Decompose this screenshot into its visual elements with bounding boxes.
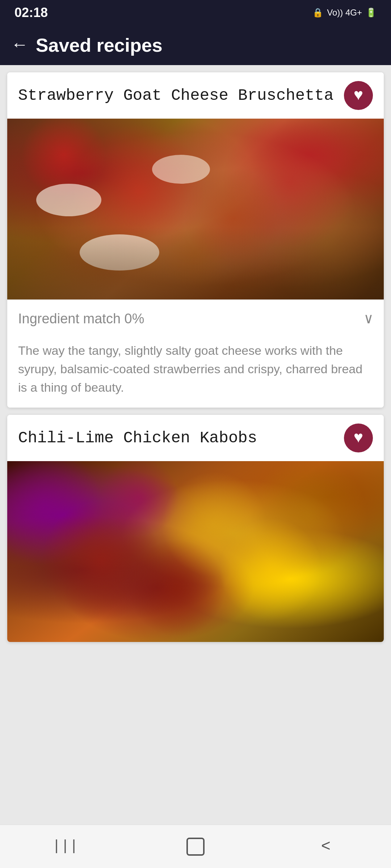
recipe-title-row-kabobs: Chili-Lime Chicken Kabobs ♥ [7,415,384,461]
recipe-title-bruschetta: Strawberry Goat Cheese Bruschetta [18,86,337,105]
battery-icon: 🔋 [366,8,377,18]
app-bar: ← Saved recipes [0,25,391,65]
nav-recent-button[interactable]: ||| [51,832,80,861]
recipe-card-bruschetta[interactable]: Strawberry Goat Cheese Bruschetta ♥ Ingr… [7,72,384,408]
recipe-image-bruschetta [7,119,384,299]
status-icons: 🔒 Vo)) 4G+ 🔋 [312,8,377,18]
bruschetta-food-image [7,119,384,299]
signal-text: Vo)) 4G+ [327,8,362,18]
recipe-image-kabobs [7,461,384,642]
nav-back-button[interactable]: < [311,832,340,861]
heart-button-bruschetta[interactable]: ♥ [344,81,373,110]
content-area: Strawberry Goat Cheese Bruschetta ♥ Ingr… [0,65,391,825]
bottom-nav: ||| < [0,825,391,868]
home-icon [186,838,205,856]
page-title: Saved recipes [36,34,163,56]
heart-icon-bruschetta: ♥ [354,86,363,105]
ingredient-match-row[interactable]: Ingredient match 0% ∨ [7,299,384,338]
recipe-title-kabobs: Chili-Lime Chicken Kabobs [18,429,337,448]
recipe-card-kabobs[interactable]: Chili-Lime Chicken Kabobs ♥ [7,415,384,642]
kabobs-food-image [7,461,384,642]
heart-button-kabobs[interactable]: ♥ [344,424,373,452]
chevron-down-icon: ∨ [364,310,373,328]
ingredient-match-text: Ingredient match 0% [18,311,144,327]
recipe-title-row-bruschetta: Strawberry Goat Cheese Bruschetta ♥ [7,72,384,119]
back-nav-icon: < [321,838,331,856]
status-time: 02:18 [14,5,48,20]
recipe-description-bruschetta: The way the tangy, slightly salty goat c… [7,338,384,408]
recipe-desc-text-bruschetta: The way the tangy, slightly salty goat c… [18,341,373,397]
heart-icon-kabobs: ♥ [354,429,363,447]
back-button[interactable]: ← [14,35,25,55]
recent-apps-icon: ||| [52,838,78,855]
content-spacer [7,649,384,817]
nav-home-button[interactable] [181,832,210,861]
lock-icon: 🔒 [312,8,323,18]
status-bar: 02:18 🔒 Vo)) 4G+ 🔋 [0,0,391,25]
